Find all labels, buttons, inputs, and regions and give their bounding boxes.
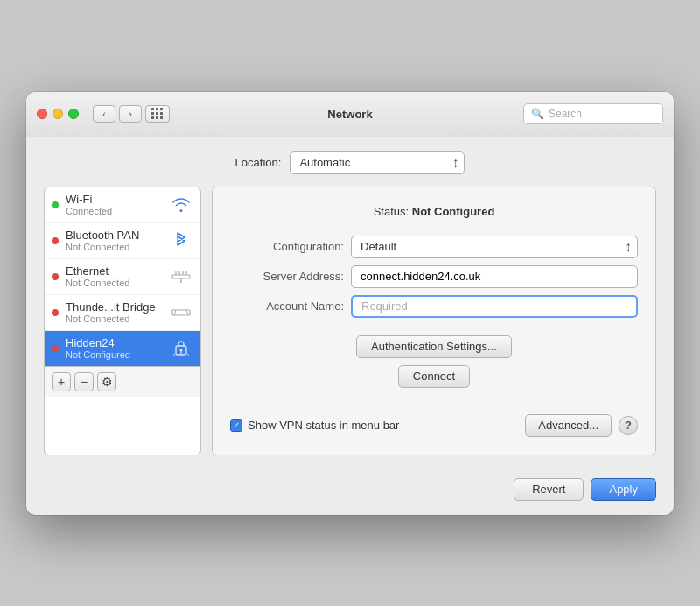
location-label: Location: [235, 156, 282, 169]
minimize-button[interactable] [52, 109, 63, 119]
status-dot-bluetooth [52, 237, 59, 244]
svg-rect-0 [172, 275, 190, 278]
ethernet-info: Ethernet Not Connected [66, 264, 162, 288]
ethernet-name: Ethernet [66, 264, 162, 278]
back-button[interactable]: ‹ [93, 105, 116, 123]
help-button[interactable]: ? [619, 416, 638, 435]
thunderbolt-status: Not Connected [66, 314, 162, 324]
svg-line-8 [174, 310, 176, 315]
bluetooth-icon [169, 229, 193, 253]
server-address-input[interactable] [351, 265, 638, 288]
revert-button[interactable]: Revert [514, 478, 584, 501]
thunderbolt-icon [169, 300, 193, 325]
sidebar: Wi-Fi Connected [44, 187, 201, 455]
configuration-value: Default [360, 240, 396, 253]
traffic-lights [37, 109, 79, 119]
account-name-row: Account Name: [230, 295, 638, 318]
advanced-button[interactable]: Advanced... [525, 414, 612, 437]
thunderbolt-name: Thunde...lt Bridge [66, 300, 162, 314]
nav-buttons: ‹ › [93, 105, 142, 123]
status-dot-hidden24 [52, 345, 59, 352]
ethernet-status: Not Connected [66, 278, 162, 288]
forward-button[interactable]: › [119, 105, 142, 123]
configuration-arrow: ↕ [625, 239, 632, 255]
status-value: Not Configured [412, 205, 495, 218]
status-dot-ethernet [52, 273, 59, 280]
detail-panel: Status: Not Configured Configuration: De… [212, 187, 656, 455]
remove-network-button[interactable]: − [74, 372, 94, 391]
wifi-icon [169, 193, 193, 217]
status-dot-thunderbolt [52, 309, 59, 316]
ethernet-icon [169, 264, 193, 289]
auth-settings-button[interactable]: Authentication Settings... [356, 335, 512, 358]
server-address-row: Server Address: [230, 265, 638, 288]
connect-button[interactable]: Connect [398, 365, 470, 388]
network-preferences-window: ‹ › Network 🔍 Search Location: Automatic… [26, 92, 674, 515]
close-button[interactable] [37, 109, 47, 119]
main-content: Location: Automatic ↕ Wi-Fi Connected [26, 137, 674, 469]
vpn-icon [169, 336, 193, 361]
bluetooth-status: Not Connected [66, 242, 162, 252]
wifi-info: Wi-Fi Connected [66, 193, 162, 216]
apply-button[interactable]: Apply [591, 478, 656, 501]
vpn-menu-bar-checkbox[interactable]: ✓ [230, 419, 242, 432]
location-value: Automatic [299, 156, 350, 169]
bluetooth-name: Bluetooth PAN [66, 229, 162, 242]
configuration-row: Configuration: Default ↕ [230, 236, 638, 258]
location-bar: Location: Automatic ↕ [44, 152, 656, 174]
status-dot-wifi [52, 201, 59, 208]
vpn-menu-bar-row: ✓ Show VPN status in menu bar [230, 419, 518, 432]
bottom-bar: ✓ Show VPN status in menu bar Advanced..… [230, 405, 638, 437]
search-icon: 🔍 [531, 108, 544, 120]
location-select[interactable]: Automatic ↕ [290, 152, 465, 174]
window-title: Network [327, 108, 372, 121]
hidden24-status: Not Configured [66, 349, 162, 360]
status-label: Status: [374, 205, 409, 218]
hidden24-info: Hidden24 Not Configured [66, 336, 162, 360]
svg-line-9 [186, 310, 188, 315]
status-row: Status: Not Configured [230, 205, 638, 218]
wifi-name: Wi-Fi [66, 193, 162, 206]
maximize-button[interactable] [68, 109, 79, 119]
sidebar-item-ethernet[interactable]: Ethernet Not Connected [45, 259, 200, 295]
svg-point-11 [180, 349, 183, 351]
account-name-input[interactable] [351, 295, 638, 318]
action-buttons: Authentication Settings... Connect [230, 335, 638, 388]
server-address-label: Server Address: [230, 270, 344, 283]
bluetooth-info: Bluetooth PAN Not Connected [66, 229, 162, 252]
sidebar-item-hidden24[interactable]: Hidden24 Not Configured [45, 331, 200, 366]
thunderbolt-info: Thunde...lt Bridge Not Connected [66, 300, 162, 324]
main-area: Wi-Fi Connected [44, 187, 656, 455]
account-name-label: Account Name: [230, 299, 344, 313]
location-select-arrow: ↕ [452, 155, 458, 171]
search-placeholder: Search [549, 108, 582, 120]
configuration-select[interactable]: Default ↕ [351, 236, 638, 258]
add-network-button[interactable]: + [52, 372, 71, 391]
titlebar: ‹ › Network 🔍 Search [26, 92, 674, 137]
sidebar-item-thunderbolt[interactable]: Thunde...lt Bridge Not Connected [45, 295, 200, 331]
network-list: Wi-Fi Connected [45, 187, 200, 366]
grid-icon [151, 108, 164, 120]
sidebar-item-wifi[interactable]: Wi-Fi Connected [45, 187, 200, 223]
sidebar-footer: + − ⚙ [45, 366, 200, 397]
wifi-status: Connected [66, 206, 162, 216]
configuration-label: Configuration: [230, 240, 344, 253]
window-footer: Revert Apply [26, 469, 674, 515]
grid-button[interactable] [145, 105, 170, 123]
search-box[interactable]: 🔍 Search [523, 103, 663, 124]
settings-button[interactable]: ⚙ [97, 372, 116, 391]
vpn-menu-bar-label: Show VPN status in menu bar [248, 419, 399, 432]
hidden24-name: Hidden24 [66, 336, 162, 349]
sidebar-item-bluetooth[interactable]: Bluetooth PAN Not Connected [45, 223, 200, 259]
svg-point-6 [180, 281, 182, 283]
vpn-form: Configuration: Default ↕ Server Address:… [230, 236, 638, 318]
